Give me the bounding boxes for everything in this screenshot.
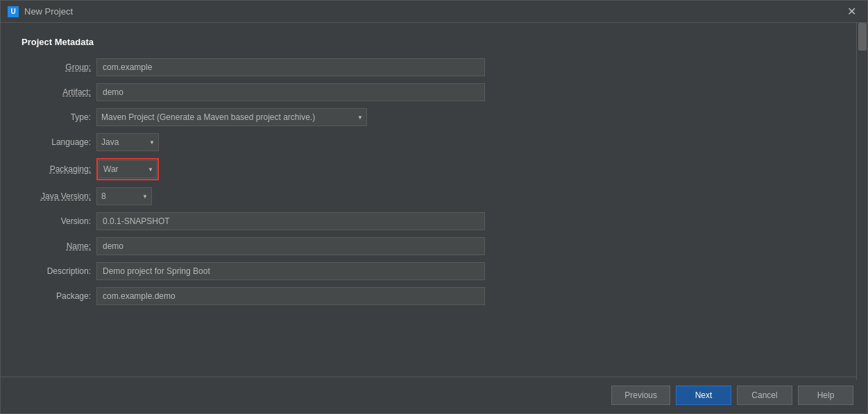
java-version-label: Java Version: bbox=[22, 191, 91, 201]
previous-button[interactable]: Previous bbox=[611, 386, 670, 405]
scrollbar-thumb[interactable] bbox=[858, 23, 867, 51]
description-input[interactable] bbox=[96, 262, 485, 280]
next-button[interactable]: Next bbox=[676, 386, 731, 405]
name-row: Name: bbox=[22, 237, 846, 255]
version-input[interactable] bbox=[96, 212, 485, 230]
new-project-dialog: U New Project ✕ Project Metadata Group: … bbox=[0, 0, 868, 414]
type-label: Type: bbox=[22, 112, 91, 122]
package-label: Package: bbox=[22, 291, 91, 301]
language-label: Language: bbox=[22, 137, 91, 147]
artifact-label: Artifact: bbox=[22, 87, 91, 97]
group-label: Group: bbox=[22, 62, 91, 72]
dialog-content: Project Metadata Group: Artifact: Type: … bbox=[1, 23, 867, 377]
java-version-row: Java Version: 8 11 17 21 bbox=[22, 187, 846, 205]
cancel-button[interactable]: Cancel bbox=[737, 386, 792, 405]
scrollbar-panel bbox=[856, 23, 867, 380]
artifact-input[interactable] bbox=[96, 83, 485, 101]
name-label: Name: bbox=[22, 241, 91, 251]
section-title: Project Metadata bbox=[22, 37, 846, 47]
language-select[interactable]: Java Kotlin Groovy bbox=[96, 133, 159, 151]
java-version-select[interactable]: 8 11 17 21 bbox=[96, 187, 152, 205]
app-icon: U bbox=[8, 6, 19, 17]
dialog-title: New Project bbox=[24, 6, 73, 17]
name-input[interactable] bbox=[96, 237, 485, 255]
version-row: Version: bbox=[22, 212, 846, 230]
packaging-row: Packaging: Jar War bbox=[22, 158, 846, 180]
packaging-select[interactable]: Jar War bbox=[99, 160, 157, 178]
type-row: Type: Maven Project (Generate a Maven ba… bbox=[22, 108, 846, 126]
package-input[interactable] bbox=[96, 287, 485, 305]
version-label: Version: bbox=[22, 216, 91, 226]
description-label: Description: bbox=[22, 266, 91, 276]
type-select[interactable]: Maven Project (Generate a Maven based pr… bbox=[96, 108, 367, 126]
language-select-wrapper: Java Kotlin Groovy bbox=[96, 133, 159, 151]
artifact-row: Artifact: bbox=[22, 83, 846, 101]
packaging-label: Packaging: bbox=[22, 164, 91, 174]
package-row: Package: bbox=[22, 287, 846, 305]
java-version-select-wrapper: 8 11 17 21 bbox=[96, 187, 152, 205]
group-row: Group: bbox=[22, 58, 846, 76]
language-row: Language: Java Kotlin Groovy bbox=[22, 133, 846, 151]
scrollbar-track bbox=[858, 23, 867, 380]
help-button[interactable]: Help bbox=[798, 386, 853, 405]
title-bar: U New Project ✕ bbox=[1, 1, 867, 23]
description-row: Description: bbox=[22, 262, 846, 280]
close-button[interactable]: ✕ bbox=[843, 5, 860, 19]
group-input[interactable] bbox=[96, 58, 485, 76]
type-select-wrapper: Maven Project (Generate a Maven based pr… bbox=[96, 108, 367, 126]
packaging-select-wrapper: Jar War bbox=[96, 158, 159, 180]
dialog-footer: Previous Next Cancel Help bbox=[1, 377, 867, 413]
